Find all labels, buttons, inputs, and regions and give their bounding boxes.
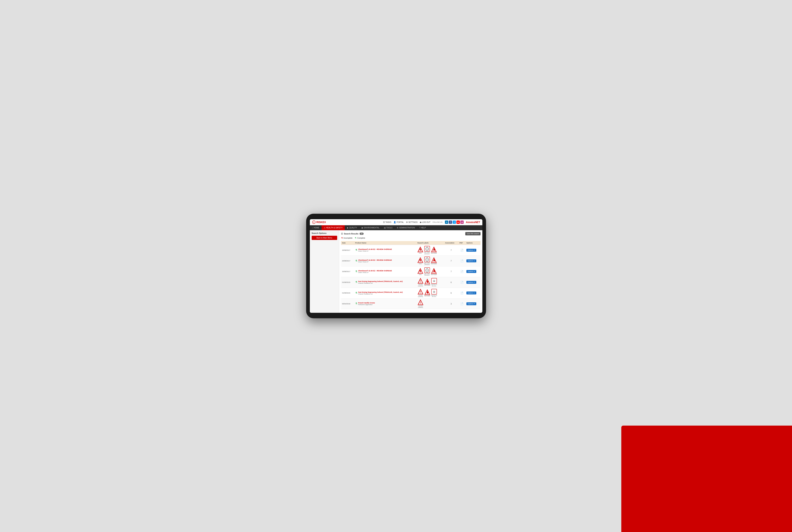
ghs-icon: ☠ bbox=[431, 278, 437, 284]
options-button[interactable]: Options bbox=[466, 302, 476, 305]
hazard-icon-flammable: flammable bbox=[431, 268, 437, 276]
nav-environmental[interactable]: ◉ ENVIRONMENTAL bbox=[359, 225, 382, 230]
hazard-icon-harmful_caution: ! harmful (caution) bbox=[417, 299, 424, 308]
assessnet-net: NET bbox=[475, 221, 480, 224]
cell-pdf[interactable]: 📄 bbox=[458, 277, 465, 288]
product-company-text: Chaucer Solutions Ltd bbox=[358, 282, 403, 284]
tablet-device: R RISKEX ☰ TASKS 👤 PORTAL ⚙ SETTINGS bbox=[306, 214, 486, 318]
youtube-icon[interactable]: ▶ bbox=[457, 221, 460, 224]
options-button[interactable]: Options bbox=[466, 291, 476, 294]
cell-hazard-labels: toxic ⊙ gas under pressure flammable bbox=[416, 245, 444, 255]
cell-association: 3 bbox=[444, 298, 459, 309]
brand-name: RISKEX bbox=[316, 221, 326, 224]
svg-text:R: R bbox=[313, 222, 314, 223]
filter-incomplete[interactable]: ⚗ Incomplete bbox=[341, 237, 353, 239]
pdf-download-icon[interactable]: 📄 bbox=[460, 260, 463, 262]
portal-link[interactable]: 👤 PORTAL bbox=[393, 221, 404, 224]
hazard-label: gas under pressure bbox=[424, 273, 430, 276]
product-name-text: Chemlease® 41-90 EZ - REVIEW OVERDUE bbox=[358, 248, 392, 250]
nav-health-safety[interactable]: ⚠ HEALTH & SAFETY bbox=[321, 225, 345, 230]
col-hazard-labels: Hazard Labels bbox=[416, 241, 444, 245]
instagram-icon[interactable]: ◈ bbox=[460, 221, 464, 224]
cell-options: Options bbox=[465, 277, 480, 288]
cell-product-name: ⚗ Chemlease® 41-90 EZ - REVIEW OVERDUE C… bbox=[354, 255, 416, 266]
product-company-text: Perfumer's Apprentice bbox=[358, 304, 375, 305]
pdf-download-icon[interactable]: 📄 bbox=[460, 302, 463, 305]
cell-pdf[interactable]: 📄 bbox=[458, 255, 465, 266]
cell-hazard-labels: ! harmful (caution) bbox=[416, 298, 444, 309]
hazard-icon-flammable: flammable bbox=[431, 257, 437, 265]
administration-icon: ⚙ bbox=[397, 227, 399, 229]
sidebar-title: Search Options bbox=[312, 232, 337, 234]
pdf-download-icon[interactable]: 📄 bbox=[460, 281, 463, 284]
tasks-link[interactable]: ☰ TASKS bbox=[383, 221, 391, 224]
logout-icon: ◉ bbox=[420, 221, 422, 224]
hazard-label: toxic bbox=[419, 252, 422, 254]
hazard-label: harmful to the env. bbox=[431, 284, 437, 287]
logout-link[interactable]: ◉ LOG OUT bbox=[420, 221, 430, 224]
svg-rect-22 bbox=[420, 261, 421, 261]
logout-label: LOG OUT bbox=[422, 221, 430, 223]
hazard-label: gas under pressure bbox=[424, 252, 430, 254]
product-flask-icon: ⚗ bbox=[355, 291, 357, 294]
facebook-icon[interactable]: f bbox=[449, 221, 452, 224]
options-button[interactable]: Options bbox=[466, 260, 476, 262]
nav-help[interactable]: ? HELP bbox=[417, 225, 428, 230]
product-name-text: Fast Drying Degreasing Solvent (TRISOLVE… bbox=[358, 291, 403, 293]
ghs-icon bbox=[417, 257, 423, 263]
table-header: Date Product Name Hazard Labels Associat… bbox=[341, 241, 480, 245]
twitter-icon[interactable]: t bbox=[453, 221, 456, 224]
hazard-label: gas under pressure bbox=[424, 262, 430, 265]
options-button[interactable]: Options bbox=[466, 281, 476, 284]
results-count-badge: 15 bbox=[360, 233, 364, 235]
svg-text:!: ! bbox=[420, 290, 421, 294]
pdf-download-icon[interactable]: 📄 bbox=[460, 270, 463, 273]
product-name-text: Chemlease® 41-90 EZ - REVIEW OVERDUE bbox=[358, 270, 392, 272]
back-to-main-menu-button[interactable]: Back to Main Menu bbox=[312, 236, 337, 240]
ghs-icon: ⊙ bbox=[424, 256, 430, 262]
top-navigation: R RISKEX ☰ TASKS 👤 PORTAL ⚙ SETTINGS bbox=[310, 219, 482, 225]
hazard-label: harmful (caution) bbox=[417, 305, 424, 308]
portal-label: PORTAL bbox=[397, 221, 404, 223]
cell-association: 7 bbox=[444, 255, 459, 266]
cell-product-name: ⚗ Fast Drying Degreasing Solvent (TRISOL… bbox=[354, 277, 416, 288]
tools-label: TOOLS bbox=[386, 227, 392, 229]
cell-pdf[interactable]: 📄 bbox=[458, 298, 465, 309]
table-row: 20/08/2017 ⚗ Chemlease® 41-90 EZ - REVIE… bbox=[341, 266, 480, 277]
cell-date: 01/08/2015 bbox=[341, 277, 354, 288]
product-name-text: French Vanilla Creme bbox=[358, 302, 375, 304]
hazard-icon-flammable: flammable bbox=[424, 289, 430, 297]
nav-tools[interactable]: ▤ TOOLS bbox=[382, 225, 395, 230]
col-date: Date bbox=[341, 241, 354, 245]
assessnet-logo: AssessNET bbox=[466, 221, 480, 224]
pdf-download-icon[interactable]: 📄 bbox=[460, 291, 463, 294]
search-results-label: Search Results bbox=[344, 233, 358, 235]
cell-association: 6 bbox=[444, 277, 459, 288]
save-search-button[interactable]: Save this search bbox=[465, 232, 480, 235]
search-results-title: ☰ Search Results 15 bbox=[341, 233, 364, 235]
home-label: HOME bbox=[314, 227, 319, 229]
options-button[interactable]: Options bbox=[466, 270, 476, 273]
hazard-icon-gas_under_pressure: ⊙ gas under pressure bbox=[424, 246, 430, 254]
cell-date: 05/04/2018 bbox=[341, 298, 354, 309]
svg-text:!: ! bbox=[420, 280, 421, 283]
hazard-label: flammable bbox=[424, 285, 430, 286]
nav-administration[interactable]: ⚙ ADMINISTRATION bbox=[394, 225, 417, 230]
cell-date: 01/08/2015 bbox=[341, 288, 354, 298]
nav-home[interactable]: ⌂ HOME bbox=[310, 225, 321, 230]
filter-complete[interactable]: ⚗ Complete bbox=[355, 237, 365, 239]
cell-pdf[interactable]: 📄 bbox=[458, 288, 465, 298]
options-button[interactable]: Options bbox=[466, 249, 476, 252]
cell-date: 20/08/2017 bbox=[341, 245, 354, 255]
ghs-icon bbox=[431, 247, 437, 252]
settings-link[interactable]: ⚙ SETTINGS bbox=[406, 221, 418, 224]
cell-options: Options bbox=[465, 288, 480, 298]
pdf-download-icon[interactable]: 📄 bbox=[460, 249, 463, 252]
cell-pdf[interactable]: 📄 bbox=[458, 266, 465, 277]
hazard-icon-toxic: toxic bbox=[417, 268, 423, 276]
linkedin-icon[interactable]: in bbox=[445, 221, 448, 224]
cell-hazard-labels: ! harmful (caution) flammable ☠ harmful … bbox=[416, 288, 444, 298]
cell-pdf[interactable]: 📄 bbox=[458, 245, 465, 255]
nav-quality[interactable]: ◆ QUALITY bbox=[345, 225, 359, 230]
ghs-icon: ☠ bbox=[431, 289, 437, 294]
